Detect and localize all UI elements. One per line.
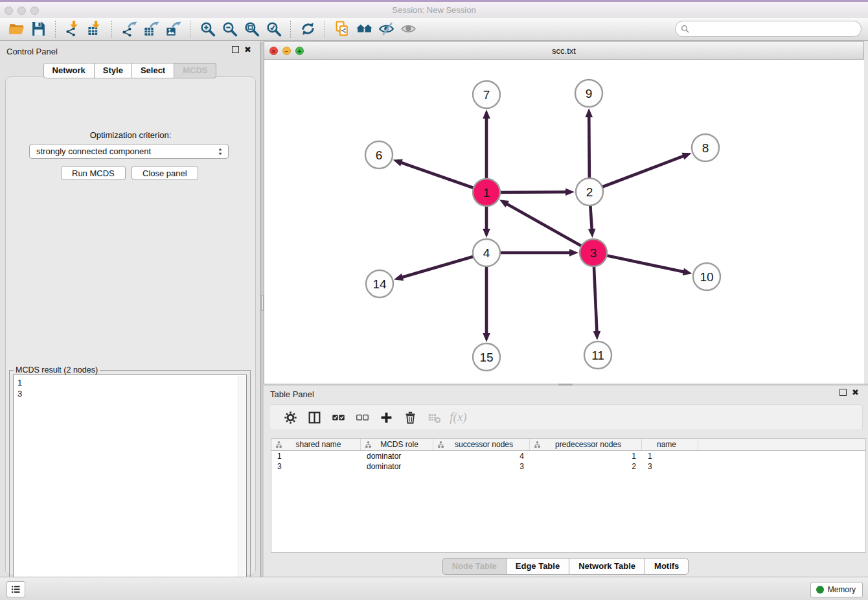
node-8[interactable]: 8 xyxy=(692,134,719,161)
mcds-result-scrollbar[interactable] xyxy=(238,376,246,600)
tab-select[interactable]: Select xyxy=(131,63,174,78)
node-3[interactable]: 3 xyxy=(580,239,607,266)
export-table-button[interactable] xyxy=(140,19,162,39)
import-network-icon xyxy=(65,21,81,37)
node-4[interactable]: 4 xyxy=(473,239,500,266)
tab-motifs[interactable]: Motifs xyxy=(645,558,689,575)
float-panel-icon[interactable] xyxy=(232,46,239,53)
mcds-result-line: 3 xyxy=(17,388,246,399)
search-box[interactable] xyxy=(675,21,862,37)
node-9[interactable]: 9 xyxy=(575,80,602,107)
edge-4-14[interactable] xyxy=(394,253,486,281)
network-graph[interactable]: 7968124314101511 xyxy=(264,60,865,384)
save-session-button[interactable] xyxy=(27,19,49,39)
node-6[interactable]: 6 xyxy=(365,141,393,168)
edge-3-10[interactable] xyxy=(593,253,692,275)
tab-network[interactable]: Network xyxy=(43,63,95,78)
zoom-out-button[interactable] xyxy=(218,19,240,39)
float-table-panel-icon[interactable] xyxy=(839,389,847,396)
tab-node-table[interactable]: Node Table xyxy=(442,558,507,575)
import-network-button[interactable] xyxy=(62,19,84,39)
node-label: 2 xyxy=(586,185,593,199)
column-header-shared-name[interactable]: shared name xyxy=(271,439,361,450)
node-7[interactable]: 7 xyxy=(473,81,500,108)
node-10[interactable]: 10 xyxy=(693,263,720,290)
show-graphics-details-button[interactable] xyxy=(397,19,419,39)
hide-graphics-details-button[interactable] xyxy=(375,19,397,39)
table-cell[interactable]: 3 xyxy=(433,461,530,472)
export-network-button[interactable] xyxy=(118,19,140,39)
table-cell[interactable]: 1 xyxy=(530,451,642,461)
column-header-label: MCDS role xyxy=(372,440,433,449)
delete-column-button[interactable] xyxy=(398,408,422,427)
node-2[interactable]: 2 xyxy=(576,178,603,205)
control-panel: Control Panel ✖ NetworkStyleSelectMCDS O… xyxy=(0,41,261,577)
ndex-import-button[interactable] xyxy=(331,19,353,39)
table-cell[interactable]: dominator xyxy=(361,451,433,461)
table-cell[interactable]: 3 xyxy=(271,461,361,472)
refresh-view-button[interactable] xyxy=(297,19,319,39)
column-settings-gear-button[interactable] xyxy=(279,408,303,427)
zoom-selected-button[interactable] xyxy=(262,19,284,39)
mcds-result-title: MCDS result (2 nodes) xyxy=(14,365,100,375)
column-header-MCDS-role[interactable]: MCDS role xyxy=(361,439,433,450)
import-table-button[interactable] xyxy=(84,19,106,39)
table-cell[interactable]: 1 xyxy=(642,451,698,461)
delete-column-icon xyxy=(404,411,417,424)
network-canvas[interactable]: 7968124314101511 xyxy=(264,60,864,384)
table-cell[interactable]: 2 xyxy=(530,461,642,472)
close-panel-button[interactable]: Close panel xyxy=(131,166,198,180)
node-1[interactable]: 1 xyxy=(473,179,500,206)
zoom-in-button[interactable] xyxy=(196,19,218,39)
table-panel: Table Panel ✖ f(x) shared name MCDS role… xyxy=(264,386,868,577)
home-button[interactable] xyxy=(353,19,375,39)
search-input[interactable] xyxy=(692,23,861,36)
table-cell[interactable]: dominator xyxy=(361,461,433,472)
table-cell[interactable]: 3 xyxy=(642,461,698,472)
edge-2-8[interactable] xyxy=(589,153,691,192)
export-image-button[interactable] xyxy=(162,19,184,39)
mcds-result-list[interactable]: 13 xyxy=(13,375,247,600)
open-session-button[interactable] xyxy=(5,19,27,39)
close-panel-icon[interactable]: ✖ xyxy=(244,45,251,54)
table-cell[interactable]: 1 xyxy=(271,451,361,461)
table-cell[interactable]: 4 xyxy=(433,451,530,461)
edge-1-6[interactable] xyxy=(393,159,486,192)
network-title: scc.txt xyxy=(264,46,863,56)
deselect-all-rows-button[interactable] xyxy=(350,408,374,427)
create-column-button[interactable] xyxy=(374,408,398,427)
close-table-panel-icon[interactable]: ✖ xyxy=(852,387,859,397)
tab-network-table[interactable]: Network Table xyxy=(569,558,645,575)
table-row[interactable]: 1dominator411 xyxy=(271,451,865,461)
node-table[interactable]: shared name MCDS role successor nodes pr… xyxy=(271,438,866,553)
tab-style[interactable]: Style xyxy=(94,63,132,78)
tab-edge-table[interactable]: Edge Table xyxy=(506,558,569,575)
criterion-dropdown[interactable]: strongly connected component xyxy=(29,144,229,159)
table-row[interactable]: 3dominator323 xyxy=(271,461,865,472)
node-label: 6 xyxy=(376,148,383,162)
column-header-successor-nodes[interactable]: successor nodes xyxy=(433,439,530,450)
column-header-name[interactable]: name xyxy=(642,439,698,450)
node-14[interactable]: 14 xyxy=(366,270,393,297)
node-15[interactable]: 15 xyxy=(473,343,500,371)
column-header-predecessor-nodes[interactable]: predecessor nodes xyxy=(530,439,642,450)
network-view-window: ✕ − + scc.txt 7968124314101511 xyxy=(264,41,868,384)
node-11[interactable]: 11 xyxy=(584,341,611,369)
edge-3-1[interactable] xyxy=(499,200,593,253)
node-label: 8 xyxy=(702,141,709,155)
tab-mcds[interactable]: MCDS xyxy=(174,63,216,78)
zoom-fit-button[interactable] xyxy=(240,19,262,39)
run-mcds-button[interactable]: Run MCDS xyxy=(61,166,126,180)
memory-label: Memory xyxy=(828,585,856,594)
column-header-label: successor nodes xyxy=(445,440,529,449)
search-icon xyxy=(681,25,689,33)
mcds-result-lines: 13 xyxy=(17,377,246,399)
zoom-out-icon xyxy=(222,21,238,37)
memory-button[interactable]: Memory xyxy=(810,582,863,597)
toggle-columns-button[interactable] xyxy=(303,408,326,427)
delete-table-button xyxy=(422,408,446,427)
export-network-icon xyxy=(121,21,137,37)
ndex-import-icon xyxy=(334,21,350,37)
task-history-button[interactable] xyxy=(6,581,25,597)
select-all-rows-button[interactable] xyxy=(326,408,350,427)
